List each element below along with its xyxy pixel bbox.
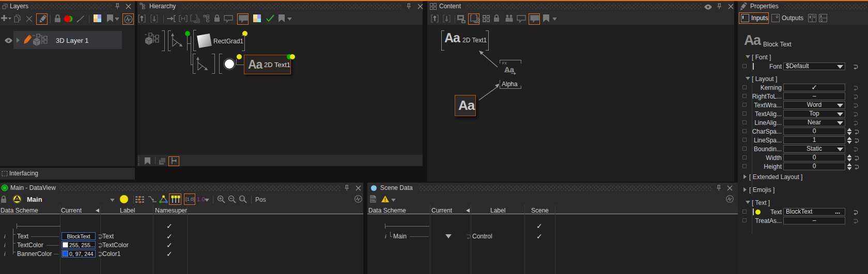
svg-text:0: 0 xyxy=(776,14,779,19)
svg-text:XML: XML xyxy=(370,199,376,202)
svg-text:1:1: 1:1 xyxy=(240,197,245,201)
svg-text:0: 0 xyxy=(813,15,815,19)
svg-text:0: 0 xyxy=(820,19,823,22)
